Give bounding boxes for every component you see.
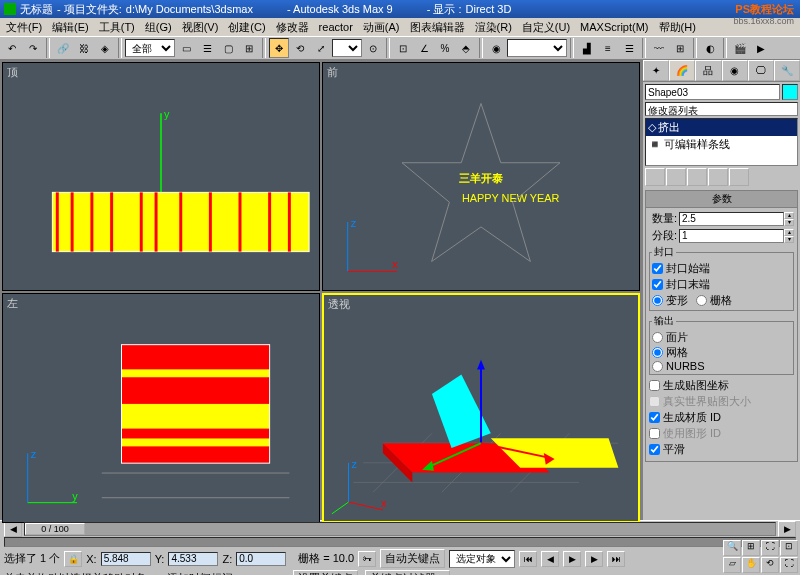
modifier-list-dropdown[interactable]: 修改器列表 [645,102,798,116]
pin-stack-button[interactable] [645,168,665,186]
selection-filter[interactable]: 全部 [125,39,175,57]
time-next-button[interactable]: ▶ [778,521,796,537]
menu-customize[interactable]: 自定义(U) [518,19,574,36]
remove-mod-button[interactable] [708,168,728,186]
amount-input[interactable] [679,212,784,226]
z-coord-input[interactable] [236,552,286,566]
x-coord-input[interactable] [101,552,151,566]
gen-map-check[interactable] [649,380,660,391]
keyfilter-button[interactable]: 关键点过滤器... [365,570,450,575]
menu-tools[interactable]: 工具(T) [95,19,139,36]
rollout-header[interactable]: 参数 [646,191,797,208]
bind-button[interactable]: ◈ [95,38,115,58]
play-start-button[interactable]: ⏮ [519,551,537,567]
menu-edit[interactable]: 编辑(E) [48,19,93,36]
zoom-all-button[interactable]: ⊞ [742,540,760,556]
nurbs-radio[interactable] [652,361,663,372]
stack-extrude[interactable]: ◇挤出 [646,119,797,136]
gen-mat-check[interactable] [649,412,660,423]
fov-button[interactable]: ▱ [723,557,741,573]
select-name-button[interactable]: ☰ [197,38,217,58]
zoom-extents-button[interactable]: ⛶ [761,540,779,556]
undo-button[interactable]: ↶ [2,38,22,58]
curve-editor-button[interactable]: 〰 [649,38,669,58]
cap-start-check[interactable] [652,263,663,274]
zoom-extents-all-button[interactable]: ⊡ [780,540,798,556]
schematic-button[interactable]: ⊞ [670,38,690,58]
play-next-button[interactable]: ▶ [585,551,603,567]
link-button[interactable]: 🔗 [53,38,73,58]
grid-radio[interactable] [696,295,707,306]
percent-snap-button[interactable]: % [435,38,455,58]
pan-button[interactable]: ✋ [742,557,760,573]
viewport-perspective[interactable]: 透视 z x [322,293,640,523]
scale-button[interactable]: ⤢ [311,38,331,58]
object-color-swatch[interactable] [782,84,798,100]
tab-utilities[interactable]: 🔧 [774,60,800,81]
cap-end-check[interactable] [652,279,663,290]
render-scene-button[interactable]: 🎬 [730,38,750,58]
amount-down[interactable]: ▾ [784,219,794,226]
orbit-button[interactable]: ⟲ [761,557,779,573]
maximize-button[interactable]: ⛶ [780,557,798,573]
mesh-radio[interactable] [652,347,663,358]
smooth-check[interactable] [649,444,660,455]
play-button[interactable]: ▶ [563,551,581,567]
segs-input[interactable] [679,229,784,243]
play-end-button[interactable]: ⏭ [607,551,625,567]
segs-up[interactable]: ▴ [784,229,794,236]
window-crossing-button[interactable]: ⊞ [239,38,259,58]
menu-create[interactable]: 创建(C) [224,19,269,36]
mirror-button[interactable]: ▟ [577,38,597,58]
select-region-button[interactable]: ▢ [218,38,238,58]
time-slider-track[interactable]: 0 / 100 [24,522,776,536]
move-button[interactable]: ✥ [269,38,289,58]
key-mode-button[interactable]: 🗝 [358,551,376,567]
align-button[interactable]: ≡ [598,38,618,58]
menu-group[interactable]: 组(G) [141,19,176,36]
menu-maxscript[interactable]: MAXScript(M) [576,20,652,34]
autokey-button[interactable]: 自动关键点 [380,549,445,568]
track-bar[interactable] [4,537,796,547]
y-coord-input[interactable] [168,552,218,566]
select-button[interactable]: ▭ [176,38,196,58]
menu-reactor[interactable]: reactor [315,20,357,34]
lock-button[interactable]: 🔒 [64,551,82,567]
menu-render[interactable]: 渲染(R) [471,19,516,36]
tab-display[interactable]: 🖵 [748,60,774,81]
quick-render-button[interactable]: ▶ [751,38,771,58]
menu-view[interactable]: 视图(V) [178,19,223,36]
ref-coord-dropdown[interactable] [332,39,362,57]
unlink-button[interactable]: ⛓ [74,38,94,58]
redo-button[interactable]: ↷ [23,38,43,58]
configure-button[interactable] [729,168,749,186]
snap-button[interactable]: ⊡ [393,38,413,58]
spinner-snap-button[interactable]: ⬘ [456,38,476,58]
modifier-stack[interactable]: ◇挤出 ◾可编辑样条线 [645,118,798,166]
tab-create[interactable]: ✦ [643,60,669,81]
tab-hierarchy[interactable]: 品 [695,60,721,81]
segs-down[interactable]: ▾ [784,236,794,243]
time-slider-handle[interactable]: 0 / 100 [25,523,85,535]
menu-file[interactable]: 文件(F) [2,19,46,36]
tab-motion[interactable]: ◉ [722,60,748,81]
pivot-button[interactable]: ⊙ [363,38,383,58]
viewport-front[interactable]: 前 三羊开泰 HAPPY NEW YEAR z x [322,62,640,291]
morph-radio[interactable] [652,295,663,306]
named-sel-button[interactable]: ◉ [486,38,506,58]
amount-up[interactable]: ▴ [784,212,794,219]
named-sel-dropdown[interactable] [507,39,567,57]
layer-button[interactable]: ☰ [619,38,639,58]
patch-radio[interactable] [652,332,663,343]
material-button[interactable]: ◐ [700,38,720,58]
menu-graph[interactable]: 图表编辑器 [406,19,469,36]
object-name-input[interactable] [645,84,780,100]
setkey-button[interactable]: 设置关键点 [293,570,358,575]
tab-modify[interactable]: 🌈 [669,60,695,81]
viewport-left[interactable]: 左 z y [2,293,320,523]
unique-button[interactable] [687,168,707,186]
show-result-button[interactable] [666,168,686,186]
use-shape-check[interactable] [649,428,660,439]
key-target-dropdown[interactable]: 选定对象 [449,550,515,568]
stack-spline[interactable]: ◾可编辑样条线 [646,136,797,153]
